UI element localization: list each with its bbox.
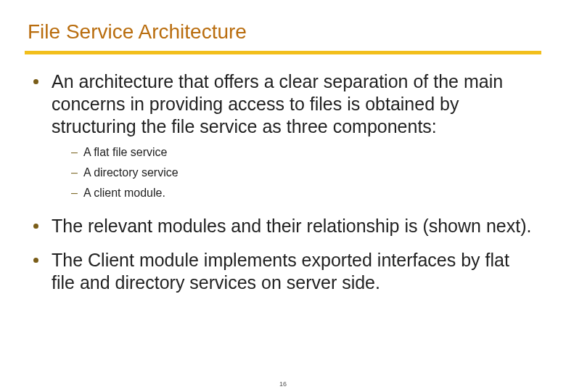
slide-content: An architecture that offers a clear sepa… bbox=[29, 70, 537, 294]
dash-icon: – bbox=[71, 164, 78, 181]
sub-list: – A flat file service – A directory serv… bbox=[71, 144, 537, 202]
slide-title: File Service Architecture bbox=[28, 20, 537, 44]
bullet-text: An architecture that offers a clear sepa… bbox=[52, 70, 537, 138]
dash-icon: – bbox=[71, 184, 78, 202]
sub-text: A directory service bbox=[83, 164, 179, 181]
sub-item: – A client module. bbox=[71, 184, 537, 202]
bullet-icon bbox=[33, 224, 38, 229]
title-divider bbox=[25, 51, 541, 54]
bullet-text: The Client module implements exported in… bbox=[52, 249, 537, 294]
bullet-icon bbox=[33, 79, 38, 84]
bullet-icon bbox=[33, 258, 38, 263]
sub-text: A client module. bbox=[83, 184, 165, 202]
sub-item: – A flat file service bbox=[71, 144, 537, 161]
bullet-item: An architecture that offers a clear sepa… bbox=[29, 70, 537, 138]
slide: File Service Architecture An architectur… bbox=[0, 0, 566, 392]
bullet-text: The relevant modules and their relations… bbox=[52, 215, 531, 237]
dash-icon: – bbox=[71, 144, 78, 161]
bullet-item: The relevant modules and their relations… bbox=[29, 215, 537, 237]
bullet-item: The Client module implements exported in… bbox=[29, 249, 537, 294]
sub-item: – A directory service bbox=[71, 164, 537, 181]
page-number: 16 bbox=[279, 380, 287, 388]
sub-text: A flat file service bbox=[83, 144, 168, 161]
